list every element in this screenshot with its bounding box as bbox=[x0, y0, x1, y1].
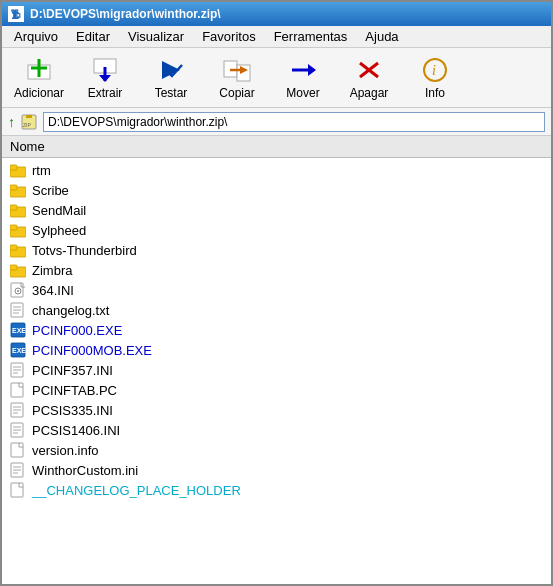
svg-rect-23 bbox=[10, 185, 17, 190]
move-icon bbox=[287, 56, 319, 84]
toolbar-btn-extract[interactable]: Extrair bbox=[74, 51, 136, 105]
file-name: __CHANGELOG_PLACE_HOLDER bbox=[32, 483, 241, 498]
list-item[interactable]: Totvs-Thunderbird bbox=[2, 240, 551, 260]
file-name: rtm bbox=[32, 163, 51, 178]
add-icon bbox=[23, 56, 55, 84]
ini2-icon bbox=[10, 362, 26, 378]
file-name: PCSIS335.INI bbox=[32, 403, 113, 418]
svg-rect-8 bbox=[237, 65, 250, 81]
list-item[interactable]: EXE PCINF000MOB.EXE bbox=[2, 340, 551, 360]
file-name: Scribe bbox=[32, 183, 69, 198]
move-label: Mover bbox=[286, 86, 319, 100]
list-item[interactable]: Zimbra bbox=[2, 260, 551, 280]
file-name: PCINF000MOB.EXE bbox=[32, 343, 152, 358]
file-name: PCINF357.INI bbox=[32, 363, 113, 378]
toolbar-btn-delete[interactable]: Apagar bbox=[338, 51, 400, 105]
svg-rect-27 bbox=[10, 225, 17, 230]
ini2-icon bbox=[10, 462, 26, 478]
menu-item-favoritos[interactable]: Favoritos bbox=[194, 27, 263, 46]
test-label: Testar bbox=[155, 86, 188, 100]
column-name: Nome bbox=[10, 139, 45, 154]
toolbar-btn-move[interactable]: Mover bbox=[272, 51, 334, 105]
copy-label: Copiar bbox=[219, 86, 254, 100]
svg-rect-29 bbox=[10, 245, 17, 250]
svg-text:EXE: EXE bbox=[12, 327, 26, 334]
folder-icon bbox=[10, 242, 26, 258]
toolbar-btn-add[interactable]: Adicionar bbox=[8, 51, 70, 105]
menu-item-ajuda[interactable]: Ajuda bbox=[357, 27, 406, 46]
exe-icon: EXE bbox=[10, 342, 26, 358]
file-name: WinthorCustom.ini bbox=[32, 463, 138, 478]
list-item[interactable]: Scribe bbox=[2, 180, 551, 200]
menu-item-arquivo[interactable]: Arquivo bbox=[6, 27, 66, 46]
svg-point-34 bbox=[17, 290, 19, 292]
delete-label: Apagar bbox=[350, 86, 389, 100]
test-icon bbox=[155, 56, 187, 84]
address-bar: ↑ ZIP bbox=[2, 108, 551, 136]
list-item[interactable]: __CHANGELOG_PLACE_HOLDER bbox=[2, 480, 551, 500]
file-name: SendMail bbox=[32, 203, 86, 218]
toolbar-btn-test[interactable]: Testar bbox=[140, 51, 202, 105]
list-item[interactable]: changelog.txt bbox=[2, 300, 551, 320]
title-text: D:\DEVOPS\migrador\winthor.zip\ bbox=[30, 7, 221, 21]
toolbar-btn-info[interactable]: iInfo bbox=[404, 51, 466, 105]
svg-rect-31 bbox=[10, 265, 17, 270]
list-item[interactable]: 364.INI bbox=[2, 280, 551, 300]
zip-icon: ZIP bbox=[21, 114, 37, 130]
file-icon bbox=[10, 382, 26, 398]
file-name: changelog.txt bbox=[32, 303, 109, 318]
list-item[interactable]: PCSIS1406.INI bbox=[2, 420, 551, 440]
file-name: Zimbra bbox=[32, 263, 72, 278]
toolbar-btn-copy[interactable]: Copiar bbox=[206, 51, 268, 105]
delete-icon bbox=[353, 56, 385, 84]
app-icon: 🗜 bbox=[8, 6, 24, 22]
menu-item-visualizar[interactable]: Visualizar bbox=[120, 27, 192, 46]
list-item[interactable]: PCSIS335.INI bbox=[2, 400, 551, 420]
menu-bar: ArquivoEditarVisualizarFavoritosFerramen… bbox=[2, 26, 551, 48]
title-bar: 🗜 D:\DEVOPS\migrador\winthor.zip\ bbox=[2, 2, 551, 26]
folder-icon bbox=[10, 222, 26, 238]
info-label: Info bbox=[425, 86, 445, 100]
file-name: Totvs-Thunderbird bbox=[32, 243, 137, 258]
list-item[interactable]: Sylpheed bbox=[2, 220, 551, 240]
file-name: version.info bbox=[32, 443, 98, 458]
list-item[interactable]: PCINF357.INI bbox=[2, 360, 551, 380]
ini2-icon bbox=[10, 422, 26, 438]
file-list-header: Nome bbox=[2, 136, 551, 158]
svg-rect-21 bbox=[10, 165, 17, 170]
copy-icon bbox=[221, 56, 253, 84]
info-icon: i bbox=[419, 56, 451, 84]
address-input[interactable] bbox=[43, 112, 545, 132]
exe-icon: EXE bbox=[10, 322, 26, 338]
svg-text:i: i bbox=[432, 63, 436, 78]
folder-icon bbox=[10, 162, 26, 178]
menu-item-ferramentas[interactable]: Ferramentas bbox=[266, 27, 356, 46]
svg-rect-25 bbox=[10, 205, 17, 210]
svg-rect-18 bbox=[26, 115, 32, 118]
list-item[interactable]: SendMail bbox=[2, 200, 551, 220]
list-item[interactable]: EXE PCINF000.EXE bbox=[2, 320, 551, 340]
svg-rect-61 bbox=[11, 483, 23, 497]
list-item[interactable]: WinthorCustom.ini bbox=[2, 460, 551, 480]
menu-item-editar[interactable]: Editar bbox=[68, 27, 118, 46]
extract-label: Extrair bbox=[88, 86, 123, 100]
toolbar: AdicionarExtrairTestarCopiarMoverApagari… bbox=[2, 48, 551, 108]
folder-icon bbox=[10, 182, 26, 198]
file-name: Sylpheed bbox=[32, 223, 86, 238]
file-name: 364.INI bbox=[32, 283, 74, 298]
list-item[interactable]: PCINFTAB.PC bbox=[2, 380, 551, 400]
ini-icon bbox=[10, 282, 26, 298]
list-item[interactable]: rtm bbox=[2, 160, 551, 180]
list-item[interactable]: version.info bbox=[2, 440, 551, 460]
extract-icon bbox=[89, 56, 121, 84]
file-name: PCINF000.EXE bbox=[32, 323, 122, 338]
svg-marker-5 bbox=[99, 75, 111, 82]
file-name: PCSIS1406.INI bbox=[32, 423, 120, 438]
file-icon bbox=[10, 482, 26, 498]
svg-text:ZIP: ZIP bbox=[23, 122, 31, 128]
folder-icon bbox=[10, 202, 26, 218]
svg-text:EXE: EXE bbox=[12, 347, 26, 354]
svg-marker-12 bbox=[308, 64, 316, 76]
back-icon[interactable]: ↑ bbox=[8, 114, 15, 130]
add-label: Adicionar bbox=[14, 86, 64, 100]
